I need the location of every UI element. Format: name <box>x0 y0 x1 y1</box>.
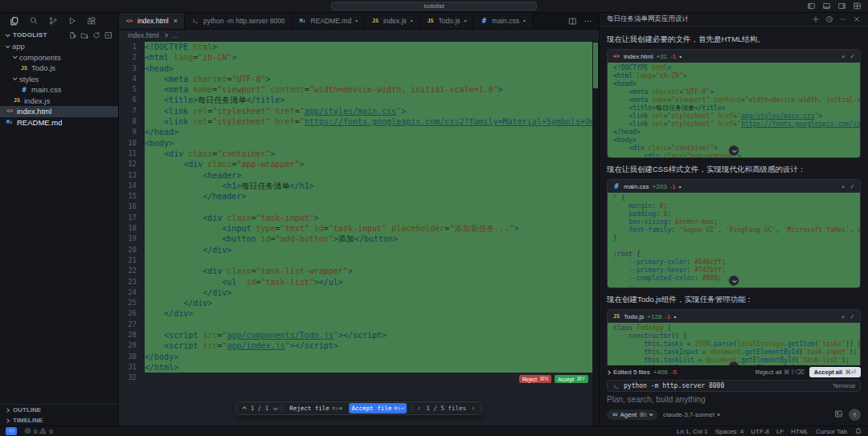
split-icon[interactable] <box>568 17 577 26</box>
accept-all-button[interactable]: Accept all⌘⏎ <box>809 367 861 377</box>
discard-icon[interactable]: × <box>841 53 845 60</box>
bell-icon[interactable] <box>854 427 862 435</box>
tab-Todo.js[interactable]: JSTodo.js• <box>420 13 474 29</box>
extensions-icon[interactable] <box>87 16 96 26</box>
remote-indicator[interactable] <box>6 427 17 435</box>
breadcrumb-file[interactable]: index.html <box>128 31 159 39</box>
reject-file-button[interactable]: Reject file⌘⇧⌫ <box>287 403 344 414</box>
md-file-icon: M↓ <box>299 18 307 24</box>
diff-card-filename: Todo.js <box>624 313 644 320</box>
discard-icon[interactable]: × <box>841 183 845 190</box>
terminal-icon <box>612 379 620 393</box>
next-file-icon[interactable]: › <box>471 405 475 412</box>
tree-item-app[interactable]: app <box>0 41 118 52</box>
status-html[interactable]: HTML <box>791 428 809 435</box>
js-file-icon: JS <box>427 18 435 24</box>
files-icon[interactable] <box>10 16 19 26</box>
diff-card-header[interactable]: JSTodo.js+128-1•×✓ <box>608 310 860 323</box>
refresh-icon[interactable] <box>92 31 100 39</box>
more-icon[interactable] <box>839 15 847 23</box>
debug-icon[interactable] <box>68 16 77 26</box>
attach-image-button[interactable] <box>834 407 843 422</box>
status-spaces-4[interactable]: Spaces: 4 <box>715 428 744 435</box>
remote-icon <box>8 427 15 434</box>
panel-right-icon[interactable] <box>837 2 846 10</box>
status-lf[interactable]: LF <box>776 428 784 435</box>
html-file-icon: <> <box>125 18 133 24</box>
code-line: <body> <box>613 137 860 145</box>
accept-file-button[interactable]: Accept file⌘⇧⏎ <box>350 403 407 414</box>
chevron-down-icon <box>649 412 653 415</box>
panel-bottom-icon[interactable] <box>822 2 831 10</box>
status-ln-1-col-1[interactable]: Ln 1, Col 1 <box>677 428 708 435</box>
tree-item-components[interactable]: components <box>0 52 118 63</box>
tree-item-index.js[interactable]: JSindex.js <box>0 96 118 107</box>
summary-actions: Reject all⌘⇧⌫ Accept all⌘⏎ <box>755 367 861 377</box>
problems-indicator[interactable]: 0 0 <box>24 427 53 436</box>
diff-card-header[interactable]: #main.css+203-1•×✓ <box>608 180 860 193</box>
discard-icon[interactable]: × <box>841 313 845 320</box>
tab-index.js[interactable]: JSindex.js• <box>365 13 420 29</box>
edited-files-summary[interactable]: Edited 5 files +406 -5 Reject all⌘⇧⌫ Acc… <box>607 367 861 377</box>
chevron-right-icon <box>606 370 611 375</box>
collapse-icon[interactable] <box>104 31 113 39</box>
scm-icon[interactable] <box>48 16 58 26</box>
send-button[interactable] <box>849 409 861 421</box>
search-icon[interactable] <box>29 16 39 26</box>
more-icon[interactable] <box>583 17 592 26</box>
apply-icon[interactable]: ✓ <box>850 313 855 320</box>
tree-item-Todo.js[interactable]: JSTodo.js <box>0 63 118 74</box>
explorer-actions <box>68 31 113 39</box>
command-center[interactable]: todolist <box>331 2 537 10</box>
agent-shortcut: ⌘I <box>639 411 647 418</box>
chat-header: 每日任务清单网页应用设计 <box>600 13 868 26</box>
reject-button[interactable]: Reject⌘N <box>519 375 552 383</box>
tree-item-styles[interactable]: styles <box>0 74 118 85</box>
panel-left-icon[interactable] <box>807 2 816 10</box>
status-utf-8[interactable]: UTF-8 <box>751 428 769 435</box>
new-folder-icon[interactable] <box>80 31 88 39</box>
next-change-icon[interactable] <box>273 405 278 410</box>
layout-icon[interactable] <box>853 2 862 10</box>
tabs: <>index.html×python -m http.server 8000M… <box>119 13 533 29</box>
tree-item-main.css[interactable]: #main.css <box>0 84 118 96</box>
tab-README.md[interactable]: M↓README.md• <box>293 13 365 29</box>
plus-icon[interactable] <box>812 15 820 23</box>
scroll-down-button[interactable] <box>729 275 739 286</box>
diff-card-header[interactable]: <>index.html+31-1•×✓ <box>608 50 860 63</box>
model-selector[interactable]: claude-3.7-sonnet <box>663 411 719 418</box>
tab-main.css[interactable]: #main.css• <box>473 13 532 29</box>
tab-python-m-http.server-8000[interactable]: python -m http.server 8000 <box>185 13 293 29</box>
timeline-section[interactable]: TIMELINE <box>0 415 118 426</box>
outline-section[interactable]: OUTLINE <box>0 405 118 415</box>
code-line-13: 13 <header> <box>119 170 592 181</box>
close-icon[interactable]: × <box>174 18 178 25</box>
close-icon[interactable] <box>853 15 861 23</box>
chat-input[interactable] <box>607 394 861 405</box>
prev-change-icon[interactable] <box>242 406 247 411</box>
breadcrumb-more[interactable]: ... <box>172 31 178 39</box>
tree-item-README.md[interactable]: M↓README.md <box>0 117 118 128</box>
minimap[interactable] <box>592 41 599 426</box>
scroll-down-button[interactable] <box>729 145 739 156</box>
explorer-header[interactable]: TODOLIST <box>0 29 118 41</box>
new-file-icon[interactable] <box>68 31 76 39</box>
apply-icon[interactable]: ✓ <box>850 53 855 60</box>
tab-index.html[interactable]: <>index.html× <box>119 13 185 29</box>
accept-button[interactable]: Accept⌘Y <box>555 375 588 383</box>
line-content: <title>每日任务清单</title> <box>145 95 592 105</box>
chat-controls: ∞ Agent ⌘I claude-3.7-sonnet <box>607 407 861 422</box>
status-cursor-tab[interactable]: Cursor Tab <box>816 428 847 435</box>
code-editor[interactable]: 1<!DOCTYPE html>2<html lang="zh-CN">3<he… <box>119 41 599 426</box>
terminal-suggestion[interactable]: python -m http.server 8000 Terminal <box>607 380 861 392</box>
code-line: constructor() { <box>613 332 860 340</box>
tree-item-index.html[interactable]: <>index.html <box>0 106 118 117</box>
prev-file-icon[interactable]: ‹ <box>417 405 421 412</box>
reject-all-label: Reject all <box>755 369 782 376</box>
terminal-icon <box>191 17 199 25</box>
agent-mode-selector[interactable]: ∞ Agent ⌘I <box>607 410 657 420</box>
history-icon[interactable] <box>825 15 833 23</box>
reject-all-button[interactable]: Reject all⌘⇧⌫ <box>755 369 805 376</box>
breadcrumb[interactable]: index.html ... <box>119 30 599 41</box>
apply-icon[interactable]: ✓ <box>850 183 855 190</box>
